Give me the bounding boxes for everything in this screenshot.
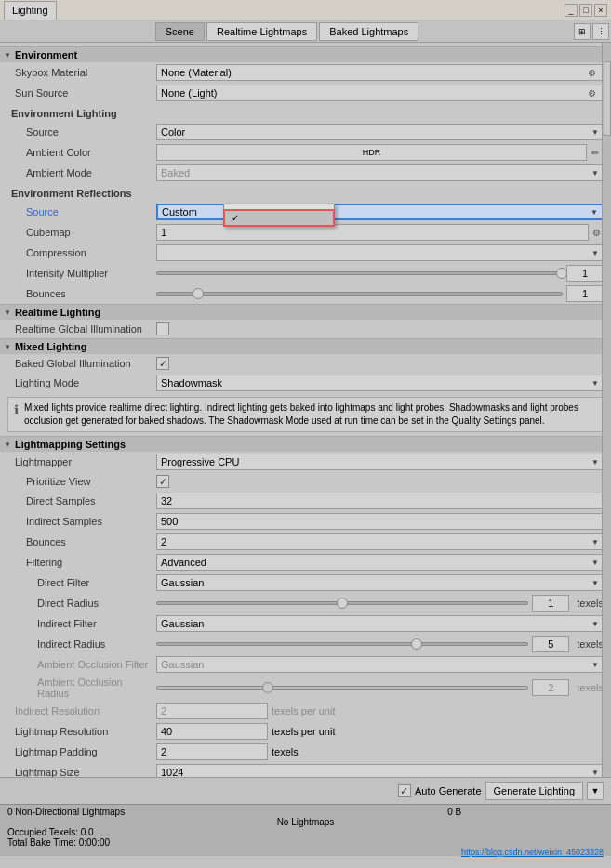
lighting-mode-value: Shadowmask ▼ bbox=[156, 375, 604, 391]
section-environment[interactable]: ▼ Environment bbox=[0, 46, 611, 62]
bounces-slider-track[interactable] bbox=[156, 292, 563, 296]
filtering-dropdown[interactable]: Advanced ▼ bbox=[156, 554, 604, 571]
row-indirect-filter: Indirect Filter Gaussian ▼ bbox=[0, 613, 611, 634]
baked-gi-checkbox[interactable] bbox=[156, 357, 169, 370]
ao-radius-track[interactable] bbox=[156, 686, 528, 690]
section-lightmapping[interactable]: ▼ Lightmapping Settings bbox=[0, 436, 611, 452]
toolbar-right: ⊞ ⋮ bbox=[574, 23, 609, 40]
lightmapper-label: Lightmapper bbox=[7, 456, 156, 467]
lightmapper-dropdown[interactable]: Progressive CPU ▼ bbox=[156, 454, 604, 470]
row-lightmapper: Lightmapper Progressive CPU ▼ bbox=[0, 452, 611, 472]
occupied-texels-text: Occupied Texels: 0.0 bbox=[7, 827, 94, 837]
indirect-radius-thumb[interactable] bbox=[411, 638, 422, 650]
compression-dropdown[interactable]: ▼ bbox=[156, 244, 604, 261]
link-row: https://blog.csdn.net/weixin_45023328 bbox=[7, 848, 604, 857]
lightmapping-triangle: ▼ bbox=[4, 441, 11, 449]
bounces-lm-value: 2 ▼ bbox=[156, 533, 604, 550]
realtime-gi-value bbox=[156, 322, 604, 335]
section-realtime[interactable]: ▼ Realtime Lighting bbox=[0, 304, 611, 320]
section-mixed[interactable]: ▼ Mixed Lighting bbox=[0, 338, 611, 354]
window-frame: Lighting _ □ × Scene Realtime Lightmaps … bbox=[0, 0, 611, 856]
direct-radius-track[interactable] bbox=[156, 601, 528, 605]
maximize-button[interactable]: □ bbox=[579, 4, 592, 17]
direct-radius-val[interactable]: 1 bbox=[532, 595, 569, 612]
indirect-samples-value: 500 bbox=[156, 513, 604, 530]
indirect-res-input[interactable]: 2 bbox=[156, 703, 268, 719]
tab-baked[interactable]: Baked Lightmaps bbox=[319, 22, 418, 41]
generate-lighting-button[interactable]: Generate Lighting bbox=[485, 782, 583, 800]
compression-label: Compression bbox=[7, 247, 156, 258]
direct-radius-thumb[interactable] bbox=[337, 598, 348, 609]
status-text-area: 0 Non-Directional Lightmaps 0 B bbox=[7, 807, 604, 817]
bounces-slider-thumb[interactable] bbox=[193, 288, 204, 299]
source-env-dropdown[interactable]: Color ▼ bbox=[156, 124, 604, 140]
lighting-mode-dropdown[interactable]: Shadowmask ▼ bbox=[156, 375, 604, 391]
realtime-gi-checkbox[interactable] bbox=[156, 322, 169, 335]
lightmap-padding-label: Lightmap Padding bbox=[7, 746, 156, 757]
sun-gear: ⚙ bbox=[584, 85, 599, 100]
lightmap-res-input[interactable]: 40 bbox=[156, 723, 268, 740]
indirect-radius-label: Indirect Radius bbox=[7, 638, 156, 650]
realtime-label: Realtime Lighting bbox=[15, 307, 100, 318]
ao-radius-unit: texels bbox=[573, 682, 604, 693]
lightmap-size-dropdown[interactable]: 1024 ▼ bbox=[156, 764, 604, 777]
popup-check-custom: ✓ bbox=[232, 213, 243, 223]
lighting-mode-arrow: ▼ bbox=[591, 379, 599, 388]
sun-source-dropdown[interactable]: None (Light) ⚙ bbox=[156, 85, 604, 101]
source-env-label: Source bbox=[7, 126, 156, 138]
mixed-label: Mixed Lighting bbox=[15, 341, 87, 352]
intensity-slider-thumb[interactable] bbox=[556, 268, 567, 279]
lightmap-padding-input[interactable]: 2 bbox=[156, 743, 268, 760]
popup-item-custom[interactable]: ✓ bbox=[224, 210, 334, 226]
csdn-link[interactable]: https://blog.csdn.net/weixin_45023328 bbox=[7, 848, 604, 857]
env-lighting-label: Environment Lighting bbox=[7, 108, 156, 119]
scrollbar-thumb[interactable] bbox=[604, 61, 611, 136]
direct-filter-dropdown[interactable]: Gaussian ▼ bbox=[156, 574, 604, 591]
row-prioritize-view: Prioritize View bbox=[0, 472, 611, 491]
compression-arrow: ▼ bbox=[591, 249, 599, 257]
auto-generate-checkbox[interactable] bbox=[398, 784, 411, 797]
bounces-lm-dropdown[interactable]: 2 ▼ bbox=[156, 533, 604, 550]
prioritize-view-label: Prioritize View bbox=[7, 476, 156, 487]
ao-radius-thumb[interactable] bbox=[262, 682, 273, 693]
layout-icon[interactable]: ⊞ bbox=[574, 23, 591, 40]
intensity-value: 1 bbox=[156, 265, 604, 282]
ao-filter-dropdown[interactable]: Gaussian ▼ bbox=[156, 656, 604, 673]
row-compression: Compression ▼ bbox=[0, 243, 611, 263]
tab-scene[interactable]: Scene bbox=[155, 22, 205, 41]
close-button[interactable]: × bbox=[594, 4, 607, 17]
direct-samples-input[interactable]: 32 bbox=[156, 493, 604, 509]
indirect-radius-val[interactable]: 5 bbox=[532, 636, 569, 652]
source-env-arrow: ▼ bbox=[591, 128, 599, 137]
skybox-dropdown[interactable]: None (Material) ⚙ bbox=[156, 64, 604, 81]
triangle-icon: ▼ bbox=[4, 51, 11, 59]
title-text: Lighting bbox=[12, 5, 48, 16]
prioritize-view-value bbox=[156, 475, 604, 488]
hdr-button[interactable]: HDR bbox=[156, 144, 587, 161]
direct-radius-value: 1 texels bbox=[156, 595, 604, 612]
generate-dropdown-arrow[interactable]: ▼ bbox=[587, 782, 604, 800]
intensity-slider-track[interactable] bbox=[156, 271, 563, 275]
bounces-slider-container: 1 bbox=[156, 285, 604, 302]
bounces-slider-val[interactable]: 1 bbox=[566, 285, 604, 302]
ao-radius-val[interactable]: 2 bbox=[532, 679, 569, 696]
prioritize-view-checkbox[interactable] bbox=[156, 475, 169, 488]
minimize-button[interactable]: _ bbox=[565, 4, 578, 17]
ambient-mode-dropdown[interactable]: Baked ▼ bbox=[156, 164, 604, 181]
cubemap-input[interactable]: 1 bbox=[156, 224, 589, 241]
indirect-radius-unit: texels bbox=[573, 638, 604, 650]
lightmap-size-value: 1024 ▼ bbox=[156, 764, 604, 777]
indirect-filter-dropdown[interactable]: Gaussian ▼ bbox=[156, 615, 604, 632]
intensity-slider-val[interactable]: 1 bbox=[566, 265, 604, 282]
indirect-samples-input[interactable]: 500 bbox=[156, 513, 604, 530]
row-indirect-samples: Indirect Samples 500 bbox=[0, 511, 611, 532]
lightmap-res-label: Lightmap Resolution bbox=[7, 726, 156, 737]
scrollbar[interactable] bbox=[602, 43, 611, 777]
row-indirect-radius: Indirect Radius 5 texels bbox=[0, 634, 611, 654]
ao-radius-slider-container: 2 texels bbox=[156, 679, 604, 696]
indirect-radius-track[interactable] bbox=[156, 642, 528, 646]
lightmapper-arrow: ▼ bbox=[591, 458, 599, 467]
tab-realtime[interactable]: Realtime Lightmaps bbox=[206, 22, 317, 41]
title-tab[interactable]: Lighting bbox=[4, 1, 57, 20]
settings-icon[interactable]: ⋮ bbox=[592, 23, 609, 40]
